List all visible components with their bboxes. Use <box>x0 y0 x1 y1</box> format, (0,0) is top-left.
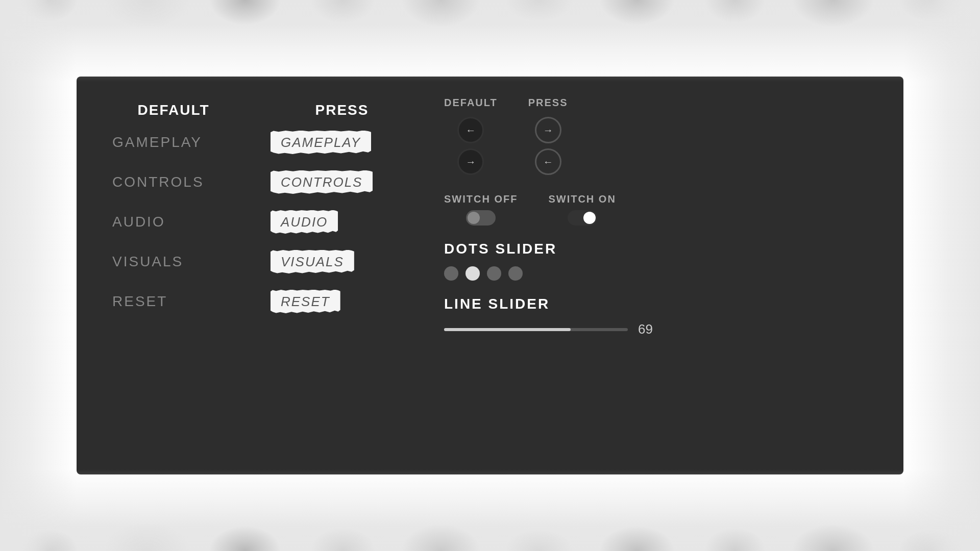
default-reset-row: RESET <box>107 293 240 321</box>
middle-column: PRESS GAMEPLAY CONTROLS AUDIO VISUALS RE… <box>271 97 413 454</box>
default-gameplay-label: GAMEPLAY <box>107 134 202 151</box>
left-column: DEFAULT GAMEPLAY CONTROLS AUDIO VISUALS … <box>107 97 240 454</box>
press-reset-button[interactable]: RESET <box>271 290 340 314</box>
press-audio-button[interactable]: AUDIO <box>271 210 338 234</box>
line-slider-track[interactable] <box>444 328 628 331</box>
default-controls-label: CONTROLS <box>107 174 204 190</box>
dots-slider-title: DOTS SLIDER <box>444 241 873 257</box>
default-audio-label: AUDIO <box>107 214 165 230</box>
line-slider-title: LINE SLIDER <box>444 296 873 312</box>
line-slider-value: 69 <box>638 321 653 337</box>
press-right-arrow-button[interactable]: → <box>535 117 561 143</box>
dot-3[interactable] <box>487 266 501 281</box>
default-header: DEFAULT <box>107 102 240 118</box>
press-gameplay-button[interactable]: GAMEPLAY <box>271 131 371 155</box>
default-gameplay-row: GAMEPLAY <box>107 134 240 162</box>
switch-off-knob <box>468 212 480 224</box>
press-left-arrow-button[interactable]: ← <box>535 148 561 175</box>
press-reset-row: RESET <box>271 293 413 321</box>
default-visuals-label: VISUALS <box>107 254 183 270</box>
default-audio-row: AUDIO <box>107 213 240 242</box>
press-controls-button[interactable]: CONTROLS <box>271 170 373 194</box>
default-arrows-group: DEFAULT ← → <box>444 97 498 178</box>
press-header: PRESS <box>271 102 413 118</box>
press-arrows-group: PRESS → ← <box>528 97 568 178</box>
press-visuals-button[interactable]: VISUALS <box>271 250 354 274</box>
outer-frame: DEFAULT GAMEPLAY CONTROLS AUDIO VISUALS … <box>0 0 980 551</box>
default-right-arrow-button[interactable]: → <box>457 148 484 175</box>
arrows-section: DEFAULT ← → PRESS → ← <box>444 97 873 178</box>
line-slider-fill <box>444 328 571 331</box>
default-reset-label: RESET <box>107 293 167 310</box>
dot-1[interactable] <box>444 266 458 281</box>
dots-container <box>444 266 873 281</box>
press-gameplay-row: GAMEPLAY <box>271 134 413 162</box>
default-arrows-label: DEFAULT <box>444 97 498 109</box>
press-audio-row: AUDIO <box>271 213 413 242</box>
switch-on-toggle[interactable] <box>568 210 597 226</box>
switch-off-group: SWITCH OFF <box>444 193 518 226</box>
switch-on-group: SWITCH ON <box>548 193 616 226</box>
press-arrows-label: PRESS <box>528 97 568 109</box>
press-controls-row: CONTROLS <box>271 173 413 202</box>
switch-section: SWITCH OFF SWITCH ON <box>444 193 873 226</box>
dot-2[interactable] <box>465 266 480 281</box>
switch-off-label: SWITCH OFF <box>444 193 518 205</box>
main-panel: DEFAULT GAMEPLAY CONTROLS AUDIO VISUALS … <box>77 77 903 474</box>
press-visuals-row: VISUALS <box>271 253 413 282</box>
slider-row: 69 <box>444 321 873 337</box>
default-left-arrow-button[interactable]: ← <box>457 117 484 143</box>
default-controls-row: CONTROLS <box>107 173 240 202</box>
dots-slider-section: DOTS SLIDER <box>444 241 873 281</box>
default-visuals-row: VISUALS <box>107 253 240 282</box>
switch-on-label: SWITCH ON <box>548 193 616 205</box>
switch-on-knob <box>583 212 596 224</box>
dot-4[interactable] <box>508 266 523 281</box>
line-slider-section: LINE SLIDER 69 <box>444 296 873 337</box>
switch-off-toggle[interactable] <box>466 210 496 226</box>
right-panel: DEFAULT ← → PRESS → ← SWITCH OFF <box>413 97 873 454</box>
